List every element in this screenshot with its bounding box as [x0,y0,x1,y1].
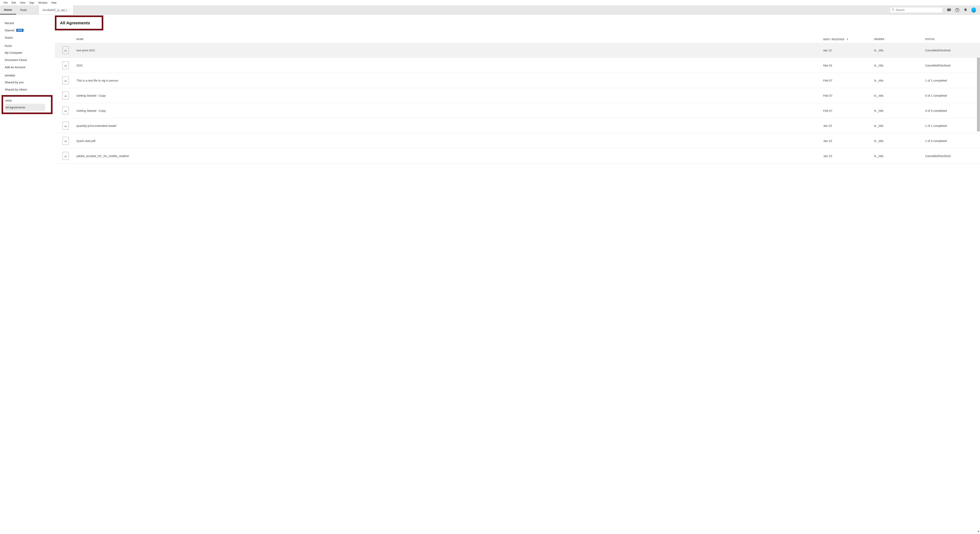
vertical-scrollbar[interactable] [977,57,980,132]
svg-point-4 [948,10,948,10]
sidebar-shared-by-others[interactable]: Shared by others [4,86,55,93]
cell-sender: ls _rbls [874,139,925,142]
search-box[interactable] [890,7,943,13]
comment-icon[interactable] [947,8,951,12]
content-area: All Agreements NAME SENT / RECEIVED SEND… [55,15,980,534]
signature-doc-icon [62,92,69,99]
svg-line-1 [894,10,894,11]
sidebar-starred-label: Starred [5,29,14,32]
signature-doc-icon [62,107,69,115]
menu-help[interactable]: Help [49,1,59,5]
cell-sender: ls _rbls [874,124,925,128]
help-icon[interactable] [955,8,959,12]
agreements-table: NAME SENT / RECEIVED SENDER STATUS test-… [55,36,980,164]
sidebar-heading-files: FILES [4,41,55,49]
search-input[interactable] [896,8,941,11]
col-status[interactable]: STATUS [925,38,980,41]
menu-view[interactable]: View [18,1,27,5]
cell-status: Cancelled/Declined [925,64,980,67]
new-badge: NEW [16,29,24,32]
cell-status: 0 of 1 completed [925,94,980,97]
cell-sender: ls _rbls [874,49,925,52]
search-icon [892,8,896,12]
sidebar-document-cloud[interactable]: Document Cloud [4,56,55,64]
menu-window[interactable]: Window [36,1,49,5]
table-row[interactable]: SOCMar 01ls _rblsCancelled/Declined [55,58,980,73]
table-header: NAME SENT / RECEIVED SENDER STATUS [55,36,980,43]
col-sender[interactable]: SENDER [874,38,925,41]
cell-sender: ls _rbls [874,94,925,97]
signature-doc-icon [62,61,69,69]
sidebar-scans[interactable]: Scans [4,34,55,41]
sidebar-heading-shared: SHARED [4,71,55,79]
sidebar-recent[interactable]: Recent [4,19,55,27]
cell-name: quantity-price-extended-reader [76,124,823,128]
table-row[interactable]: adobe_acrobat_DC_for_mobile_readmeJan 10… [55,148,980,164]
signature-doc-icon [62,77,69,84]
cell-date: Apr 12 [823,49,874,52]
sort-arrow-down-icon [846,38,849,41]
cell-date: Feb 07 [823,79,874,82]
cell-status: 1 of 1 completed [925,79,980,82]
cell-name: Getting Started - Copy [76,94,823,97]
highlight-sign-section: SIGN All Agreements [2,95,52,114]
sidebar-my-computer[interactable]: My Computer [4,49,55,56]
tab-document[interactable]: AcrobatDC_js_api_r... [38,5,73,14]
bell-icon[interactable] [963,8,968,12]
menu-sign[interactable]: Sign [27,1,36,5]
svg-marker-18 [978,531,979,532]
cell-date: Jan 10 [823,139,874,142]
page-title: All Agreements [60,21,90,25]
tab-home[interactable]: Home [0,5,16,14]
sidebar: Recent Starred NEW Scans FILES My Comput… [0,15,55,534]
signature-doc-icon [62,137,69,145]
signature-doc-icon [62,122,69,129]
sidebar-starred[interactable]: Starred NEW [4,27,55,34]
table-row[interactable]: quantity-price-extended-readerJan 22ls _… [55,118,980,133]
svg-point-6 [950,10,950,10]
cell-status: 1 of 1 completed [925,124,980,128]
cell-name: Quick start.pdf [76,139,823,142]
cell-name: This is a test file to sig in person [76,79,823,82]
table-row[interactable]: This is a test file to sig in personFeb … [55,73,980,88]
cell-sender: ls _rbls [874,79,925,82]
doc-icon-cell [55,46,76,54]
table-row[interactable]: Getting Started - CopyFeb 07ls _rbls3 of… [55,103,980,118]
menubar: File Edit View Sign Window Help [0,0,980,5]
cell-date: Jan 22 [823,124,874,128]
doc-icon-cell [55,92,76,99]
sidebar-add-account[interactable]: Add an Account [4,64,55,71]
cell-sender: ls _rbls [874,109,925,112]
scroll-down-caret-icon[interactable] [977,530,980,533]
cell-status: 1 of 3 completed [925,139,980,142]
doc-icon-cell [55,107,76,115]
doc-icon-cell [55,152,76,160]
svg-point-0 [892,8,894,10]
menu-edit[interactable]: Edit [10,1,18,5]
sidebar-all-agreements[interactable]: All Agreements [5,104,45,111]
svg-point-5 [949,10,949,10]
table-row[interactable]: Getting Started - CopyFeb 07ls _rbls0 of… [55,88,980,103]
signature-doc-icon [62,46,69,54]
col-name[interactable]: NAME [76,38,823,41]
cell-name: SOC [76,64,823,67]
col-sent-received[interactable]: SENT / RECEIVED [823,38,874,41]
cell-date: Feb 07 [823,109,874,112]
scrollbar-thumb[interactable] [977,57,980,131]
doc-icon-cell [55,122,76,129]
doc-icon-cell [55,77,76,84]
doc-icon-cell [55,61,76,69]
cell-date: Jan 10 [823,154,874,158]
cell-sender: ls _rbls [874,154,925,158]
cell-name: adobe_acrobat_DC_for_mobile_readme [76,154,823,158]
col-sent-received-label: SENT / RECEIVED [823,38,844,41]
tab-tools[interactable]: Tools [16,5,31,14]
avatar[interactable] [971,8,976,12]
table-row[interactable]: test-print-SOCApr 12ls _rblsCancelled/De… [55,43,980,58]
menu-file[interactable]: File [2,1,10,5]
sidebar-shared-by-you[interactable]: Shared by you [4,79,55,86]
cell-status: 3 of 3 completed [925,109,980,112]
cell-name: Getting Started - Copy [76,109,823,112]
svg-marker-3 [948,11,949,12]
table-row[interactable]: Quick start.pdfJan 10ls _rbls1 of 3 comp… [55,133,980,148]
